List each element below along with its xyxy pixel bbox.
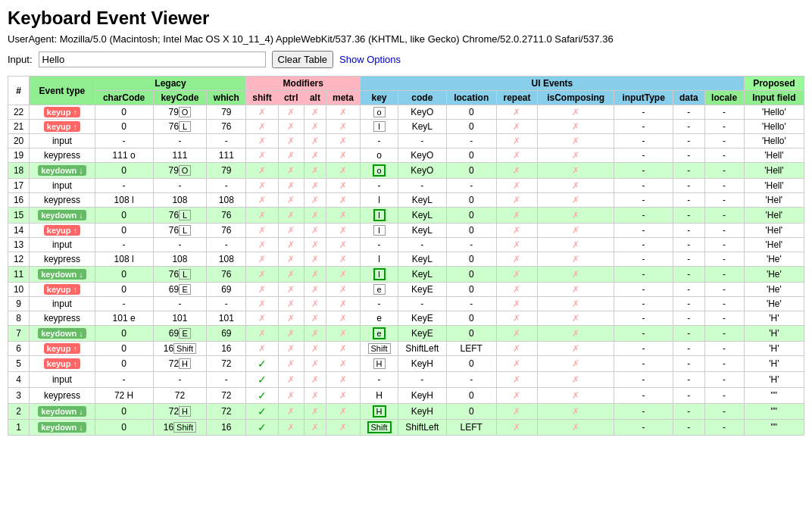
- key-badge-green: H: [373, 405, 386, 417]
- key-badge: H: [373, 358, 386, 369]
- x-icon: ✗: [311, 239, 319, 250]
- x-icon: ✗: [513, 150, 520, 161]
- keydown-badge: keydown ↓: [38, 269, 86, 280]
- keydown-badge: keydown ↓: [38, 328, 86, 339]
- key-badge-green: Shift: [367, 421, 392, 433]
- x-icon: ✗: [311, 422, 319, 433]
- x-icon: ✗: [513, 136, 520, 146]
- x-icon: ✗: [258, 121, 266, 132]
- col-header-data: data: [673, 91, 704, 105]
- x-icon: ✗: [258, 195, 266, 205]
- x-icon: ✗: [287, 374, 295, 385]
- key-badge: Shift: [368, 343, 391, 354]
- x-icon: ✗: [311, 254, 319, 264]
- x-icon: ✗: [339, 390, 347, 401]
- col-header-inputType: inputType: [614, 91, 673, 105]
- x-icon: ✗: [339, 150, 347, 161]
- x-icon: ✗: [311, 358, 319, 369]
- table-row: 8keypress101 e101101✗✗✗✗eKeyE0✗✗---'H': [8, 311, 804, 326]
- check-icon: ✓: [258, 358, 267, 370]
- event-type-label: input: [52, 136, 72, 146]
- x-icon: ✗: [287, 107, 295, 117]
- keycode-badge: E: [179, 284, 191, 295]
- x-icon: ✗: [339, 284, 347, 295]
- keycode-badge: E: [179, 328, 191, 339]
- x-icon: ✗: [513, 180, 520, 191]
- x-icon: ✗: [513, 121, 520, 132]
- x-icon: ✗: [258, 254, 266, 264]
- input-field-value: 'Hell': [764, 150, 783, 161]
- key-badge: e: [373, 284, 386, 295]
- input-field-value: 'Hel': [766, 210, 783, 220]
- x-icon: ✗: [287, 313, 295, 324]
- event-type-label: keypress: [44, 313, 80, 324]
- x-icon: ✗: [339, 225, 347, 236]
- input-field-value: 'Hello': [762, 136, 786, 146]
- x-icon: ✗: [572, 313, 579, 324]
- keyup-badge: keyup ↑: [44, 343, 80, 354]
- x-icon: ✗: [287, 136, 295, 146]
- table-row: 7keydown ↓069E69✗✗✗✗eKeyE0✗✗---'H': [8, 326, 804, 342]
- x-icon: ✗: [258, 107, 266, 117]
- x-icon: ✗: [339, 358, 347, 369]
- x-icon: ✗: [258, 150, 266, 161]
- x-icon: ✗: [572, 180, 579, 191]
- x-icon: ✗: [572, 284, 579, 295]
- x-icon: ✗: [572, 422, 579, 433]
- table-row: 22keyup ↑079O79✗✗✗✗oKeyO0✗✗---'Hello': [8, 105, 804, 120]
- x-icon: ✗: [258, 225, 266, 236]
- key-badge-green: l: [373, 268, 386, 280]
- x-icon: ✗: [311, 150, 319, 161]
- col-header-meta: meta: [326, 91, 360, 105]
- col-header-shift: shift: [246, 91, 278, 105]
- keycode-badge: L: [179, 269, 191, 280]
- keyboard-input[interactable]: [39, 52, 266, 67]
- input-field-value: 'H': [769, 343, 779, 354]
- col-header-charCode: charCode: [95, 91, 153, 105]
- group-header-legacy: Legacy: [95, 77, 246, 91]
- clear-table-button[interactable]: Clear Table: [272, 51, 334, 68]
- check-icon: ✓: [258, 374, 267, 386]
- keycode-badge: L: [179, 121, 191, 132]
- x-icon: ✗: [311, 390, 319, 401]
- keycode-badge: H: [179, 406, 191, 417]
- keycode-badge: L: [179, 225, 191, 236]
- x-icon: ✗: [287, 358, 295, 369]
- event-type-label: keypress: [44, 254, 80, 264]
- keycode-badge: Shift: [173, 422, 196, 433]
- x-icon: ✗: [258, 284, 266, 295]
- table-row: 9input---✗✗✗✗---✗✗---'He': [8, 297, 804, 311]
- x-icon: ✗: [572, 358, 579, 369]
- key-badge: l: [373, 225, 386, 236]
- input-field-value: 'H': [769, 358, 779, 369]
- table-row: 19keypress111 o111111✗✗✗✗oKeyO0✗✗---'Hel…: [8, 148, 804, 163]
- x-icon: ✗: [572, 299, 579, 309]
- col-header-event-type: Event type: [30, 77, 95, 105]
- col-header-num: #: [8, 77, 30, 105]
- useragent-text: UserAgent: Mozilla/5.0 (Macintosh; Intel…: [8, 33, 804, 45]
- input-field-value: 'Hel': [766, 239, 783, 250]
- show-options-link[interactable]: Show Options: [339, 54, 401, 65]
- x-icon: ✗: [311, 195, 319, 205]
- x-icon: ✗: [287, 239, 295, 250]
- table-row: 20input---✗✗✗✗---✗✗---'Hello': [8, 134, 804, 148]
- x-icon: ✗: [311, 343, 319, 354]
- input-field-value: 'Hello': [762, 121, 786, 132]
- table-row: 2keydown ↓072H72✓✗✗✗HKeyH0✗✗---"": [8, 404, 804, 420]
- x-icon: ✗: [339, 406, 347, 417]
- keycode-badge: L: [179, 210, 191, 220]
- table-row: 17input---✗✗✗✗---✗✗---'Hell': [8, 179, 804, 193]
- x-icon: ✗: [513, 358, 520, 369]
- x-icon: ✗: [258, 136, 266, 146]
- x-icon: ✗: [513, 269, 520, 280]
- table-row: 15keydown ↓076L76✗✗✗✗lKeyL0✗✗---'Hel': [8, 208, 804, 223]
- col-header-key: key: [361, 91, 398, 105]
- x-icon: ✗: [287, 150, 295, 161]
- x-icon: ✗: [287, 210, 295, 220]
- x-icon: ✗: [311, 121, 319, 132]
- x-icon: ✗: [572, 239, 579, 250]
- x-icon: ✗: [287, 284, 295, 295]
- keyup-badge: keyup ↑: [44, 121, 80, 132]
- x-icon: ✗: [572, 210, 579, 220]
- x-icon: ✗: [287, 422, 295, 433]
